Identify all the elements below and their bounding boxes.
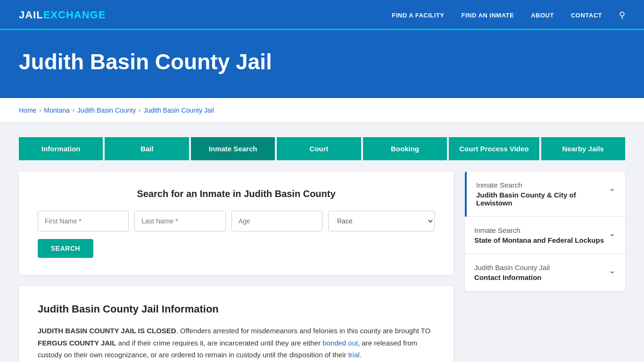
info-link-trial[interactable]: trial [348, 351, 360, 359]
sidebar-item-1-subtitle: Judith Basin County & City of Lewistown [476, 191, 605, 207]
chevron-down-icon-3: ⌄ [609, 265, 616, 276]
search-icon[interactable]: ⚲ [619, 10, 625, 20]
hero-section: Judith Basin County Jail [0, 30, 644, 98]
sidebar-item-3[interactable]: Judith Basin County Jail Contact Informa… [465, 254, 625, 291]
tab-information[interactable]: Information [19, 137, 103, 160]
sidebar-item-1[interactable]: Inmate Search Judith Basin County & City… [465, 172, 625, 217]
sidebar-item-3-left: Judith Basin County Jail Contact Informa… [474, 263, 605, 281]
right-sidebar: Inmate Search Judith Basin County & City… [465, 172, 625, 291]
tab-court[interactable]: Court [277, 137, 361, 160]
left-column: Search for an Inmate in Judith Basin Cou… [19, 172, 454, 362]
sidebar-item-1-title: Inmate Search [476, 181, 605, 189]
page-title: Judith Basin County Jail [19, 49, 625, 74]
sidebar-item-1-left: Inmate Search Judith Basin County & City… [476, 181, 605, 207]
race-select[interactable]: RaceWhiteBlackHispanicAsianNative Americ… [328, 211, 435, 231]
info-title: Judith Basin County Jail Information [38, 303, 435, 315]
info-text: JUDITH BASIN COUNTY JAIL IS CLOSED. Offe… [38, 325, 435, 361]
tab-bail[interactable]: Bail [105, 137, 189, 160]
sidebar-item-2[interactable]: Inmate Search State of Montana and Feder… [465, 217, 625, 254]
search-inputs: RaceWhiteBlackHispanicAsianNative Americ… [38, 211, 435, 231]
sidebar-item-3-title: Judith Basin County Jail [474, 263, 605, 272]
search-button[interactable]: SEARCH [38, 239, 93, 258]
logo-jail: JAIL [19, 9, 43, 21]
tabs: Information Bail Inmate Search Court Boo… [19, 137, 625, 160]
main-layout: Search for an Inmate in Judith Basin Cou… [19, 172, 625, 362]
nav-find-inmate[interactable]: FIND AN INMATE [461, 12, 514, 19]
sidebar-item-2-left: Inmate Search State of Montana and Feder… [474, 226, 605, 244]
breadcrumb-sep-2: › [73, 107, 74, 114]
last-name-input[interactable] [134, 211, 225, 231]
tab-booking[interactable]: Booking [363, 137, 447, 160]
tab-nearby-jails[interactable]: Nearby Jails [541, 137, 625, 160]
age-input[interactable] [231, 211, 322, 231]
nav-contact[interactable]: CONTACT [571, 12, 602, 19]
info-link-bonded[interactable]: bonded out [322, 339, 358, 347]
logo[interactable]: JAILEXCHANGE [19, 9, 106, 21]
header: JAILEXCHANGE FIND A FACILITY FIND AN INM… [0, 0, 644, 30]
logo-exchange: EXCHANGE [43, 9, 106, 21]
breadcrumb-jail[interactable]: Judith Basin County Jail [143, 107, 214, 114]
info-box: Judith Basin County Jail Information JUD… [19, 286, 454, 362]
info-bold-2: FERGUS COUNTY JAIL [38, 339, 116, 347]
sidebar-card: Inmate Search Judith Basin County & City… [465, 172, 625, 291]
search-title: Search for an Inmate in Judith Basin Cou… [38, 189, 435, 199]
search-box: Search for an Inmate in Judith Basin Cou… [19, 172, 454, 275]
nav-find-facility[interactable]: FIND A FACILITY [392, 12, 444, 19]
breadcrumb-sep-1: › [39, 107, 41, 114]
breadcrumb-county[interactable]: Judith Basin County [77, 107, 136, 114]
breadcrumb: Home › Montana › Judith Basin County › J… [19, 107, 625, 114]
tab-inmate-search[interactable]: Inmate Search [191, 137, 275, 160]
chevron-down-icon-2: ⌄ [609, 228, 616, 239]
first-name-input[interactable] [38, 211, 129, 231]
breadcrumb-bar: Home › Montana › Judith Basin County › J… [0, 98, 644, 123]
tab-court-process-video[interactable]: Court Process Video [449, 137, 539, 160]
info-bold-1: JUDITH BASIN COUNTY JAIL IS CLOSED [38, 327, 176, 335]
breadcrumb-sep-3: › [139, 107, 140, 114]
breadcrumb-home[interactable]: Home [19, 107, 36, 114]
sidebar-item-3-subtitle: Contact Information [474, 273, 605, 281]
sidebar-item-2-title: Inmate Search [474, 226, 605, 234]
sidebar-item-2-subtitle: State of Montana and Federal Lockups [474, 236, 605, 244]
breadcrumb-montana[interactable]: Montana [44, 107, 69, 114]
chevron-down-icon-1: ⌄ [609, 183, 616, 193]
content-area: Information Bail Inmate Search Court Boo… [0, 123, 644, 362]
nav: FIND A FACILITY FIND AN INMATE ABOUT CON… [392, 10, 625, 20]
nav-about[interactable]: ABOUT [531, 12, 554, 19]
